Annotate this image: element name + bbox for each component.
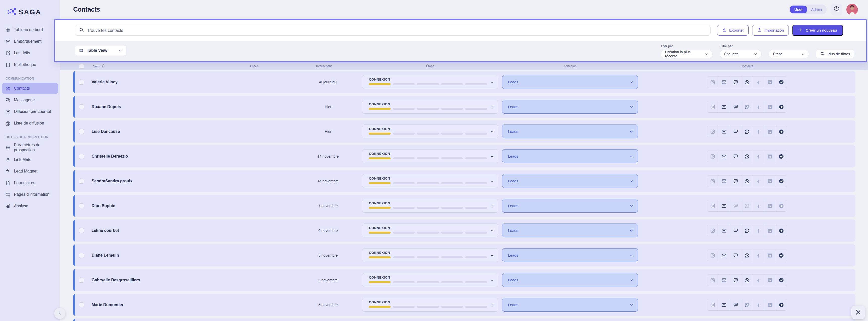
email-icon[interactable]: [718, 176, 730, 187]
app-logo[interactable]: SAGA: [0, 5, 60, 24]
facebook-icon[interactable]: [753, 77, 764, 88]
sidebar-item-pages-d-information[interactable]: Pages d'information: [2, 189, 58, 200]
stage-dropdown[interactable]: CONNEXION: [362, 100, 498, 114]
instagram-icon[interactable]: [707, 274, 718, 286]
instagram-icon[interactable]: [707, 225, 718, 236]
stage-dropdown[interactable]: CONNEXION: [362, 224, 498, 237]
row-checkbox[interactable]: [79, 253, 84, 258]
stage-dropdown[interactable]: CONNEXION: [362, 273, 498, 287]
sidebar-item-formulaires[interactable]: Formulaires: [2, 177, 58, 188]
sidebar-item-messagerie[interactable]: Messagerie: [2, 94, 58, 106]
membership-dropdown[interactable]: Leads: [502, 149, 638, 163]
whatsapp-icon[interactable]: [741, 200, 753, 211]
sms-icon[interactable]: [730, 225, 741, 236]
telegram-icon[interactable]: [776, 200, 787, 211]
sidebar-item-bibliotheque[interactable]: Bibliothèque: [2, 59, 58, 70]
telegram-icon[interactable]: [776, 101, 787, 112]
search-input[interactable]: [87, 28, 707, 33]
sms-icon[interactable]: [730, 126, 741, 137]
sidebar-item-embarquement[interactable]: Embarquement: [2, 36, 58, 47]
sort-select[interactable]: Création la plus récente: [660, 50, 713, 58]
export-button[interactable]: Exporter: [717, 25, 749, 36]
avatar[interactable]: [846, 4, 858, 16]
role-toggle-admin[interactable]: Admin: [807, 5, 826, 13]
sidebar-item-les-defis[interactable]: Les défis: [2, 48, 58, 59]
whatsapp-icon[interactable]: [741, 176, 753, 187]
row-checkbox[interactable]: [79, 80, 84, 85]
view-mode-select[interactable]: Table View: [75, 45, 126, 56]
linkedin-icon[interactable]: in: [764, 151, 776, 162]
import-button[interactable]: Importation: [752, 25, 789, 36]
create-new-button[interactable]: Créer un nouveau: [792, 25, 843, 36]
linkedin-icon[interactable]: in: [764, 274, 776, 286]
whatsapp-icon[interactable]: [741, 101, 753, 112]
telegram-icon[interactable]: [776, 299, 787, 311]
stage-dropdown[interactable]: CONNEXION: [362, 298, 498, 312]
sms-icon[interactable]: [730, 101, 741, 112]
email-icon[interactable]: [718, 299, 730, 311]
email-icon[interactable]: [718, 151, 730, 162]
instagram-icon[interactable]: [707, 200, 718, 211]
email-icon[interactable]: [718, 225, 730, 236]
email-icon[interactable]: [718, 250, 730, 261]
sidebar-item-link-mate[interactable]: Link Mate: [2, 154, 58, 165]
membership-dropdown[interactable]: Leads: [502, 174, 638, 188]
membership-dropdown[interactable]: Leads: [502, 273, 638, 287]
sidebar-item-lead-magnet[interactable]: Lead Magnet: [2, 166, 58, 177]
row-checkbox[interactable]: [79, 129, 84, 134]
role-toggle-user[interactable]: User: [790, 5, 807, 13]
sidebar-item-tableau-de-bord[interactable]: Tableau de bord: [2, 24, 58, 35]
more-filters-button[interactable]: Plus de filtres: [816, 49, 854, 58]
whatsapp-icon[interactable]: [741, 126, 753, 137]
stage-dropdown[interactable]: CONNEXION: [362, 149, 498, 163]
sidebar-item-analyse[interactable]: Analyse: [2, 201, 58, 212]
whatsapp-icon[interactable]: [741, 299, 753, 311]
linkedin-icon[interactable]: in: [764, 101, 776, 112]
whatsapp-icon[interactable]: [741, 77, 753, 88]
sms-icon[interactable]: [730, 299, 741, 311]
close-overlay-button[interactable]: [851, 305, 865, 319]
email-icon[interactable]: [718, 77, 730, 88]
row-checkbox[interactable]: [79, 228, 84, 233]
row-checkbox[interactable]: [79, 154, 84, 159]
row-checkbox[interactable]: [79, 104, 84, 109]
stage-dropdown[interactable]: CONNEXION: [362, 174, 498, 188]
linkedin-icon[interactable]: in: [764, 176, 776, 187]
telegram-icon[interactable]: [776, 151, 787, 162]
membership-dropdown[interactable]: Leads: [502, 75, 638, 89]
instagram-icon[interactable]: [707, 176, 718, 187]
sidebar-item-diffusion-par-courriel[interactable]: Diffusion par courriel: [2, 106, 58, 117]
row-checkbox[interactable]: [79, 203, 84, 208]
instagram-icon[interactable]: [707, 101, 718, 112]
stage-dropdown[interactable]: CONNEXION: [362, 75, 498, 89]
sms-icon[interactable]: [730, 151, 741, 162]
facebook-icon[interactable]: [753, 299, 764, 311]
tag-filter-select[interactable]: Étiquette: [720, 50, 762, 58]
sms-icon[interactable]: [730, 200, 741, 211]
facebook-icon[interactable]: [753, 176, 764, 187]
sidebar-item-parametres-de-prospection[interactable]: Paramètres de prospection: [2, 141, 58, 153]
telegram-icon[interactable]: [776, 225, 787, 236]
email-icon[interactable]: [718, 101, 730, 112]
telegram-icon[interactable]: [776, 77, 787, 88]
telegram-icon[interactable]: [776, 176, 787, 187]
row-checkbox[interactable]: [79, 302, 84, 308]
linkedin-icon[interactable]: in: [764, 126, 776, 137]
facebook-icon[interactable]: [753, 151, 764, 162]
membership-dropdown[interactable]: Leads: [502, 124, 638, 138]
linkedin-icon[interactable]: in: [764, 299, 776, 311]
facebook-icon[interactable]: [753, 274, 764, 286]
email-icon[interactable]: [718, 126, 730, 137]
linkedin-icon[interactable]: in: [764, 77, 776, 88]
membership-dropdown[interactable]: Leads: [502, 298, 638, 312]
sidebar-item-liste-de-diffusion[interactable]: @Liste de diffusion: [2, 118, 58, 129]
stage-dropdown[interactable]: CONNEXION: [362, 124, 498, 138]
facebook-icon[interactable]: [753, 225, 764, 236]
sms-icon[interactable]: [730, 77, 741, 88]
telegram-icon[interactable]: [776, 274, 787, 286]
email-icon[interactable]: [718, 274, 730, 286]
instagram-icon[interactable]: [707, 250, 718, 261]
membership-dropdown[interactable]: Leads: [502, 199, 638, 213]
instagram-icon[interactable]: [707, 77, 718, 88]
membership-dropdown[interactable]: Leads: [502, 100, 638, 114]
